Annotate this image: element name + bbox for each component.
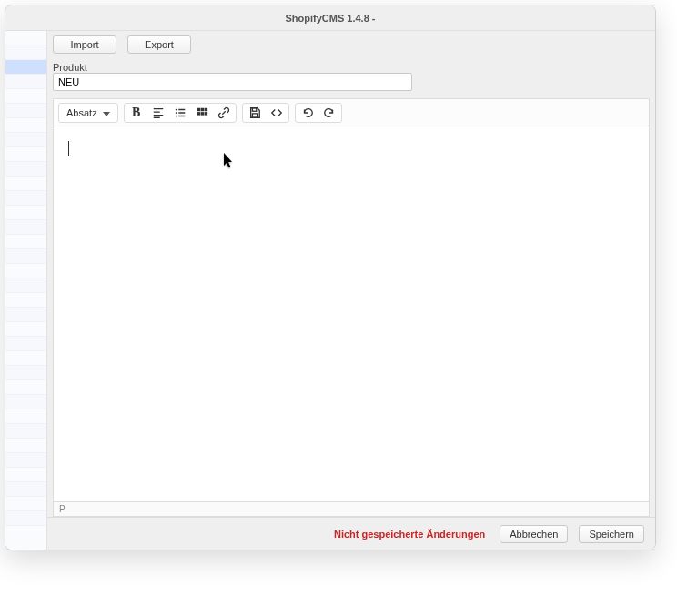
toolbar-group-history <box>295 103 342 123</box>
svg-rect-17 <box>252 113 257 116</box>
chevron-down-icon <box>103 107 110 118</box>
sidebar <box>5 31 47 550</box>
list-item[interactable] <box>5 468 46 482</box>
footer-bar: Nicht gespeicherte Änderungen Abbrechen … <box>47 517 655 550</box>
svg-rect-16 <box>252 107 256 111</box>
list-item[interactable] <box>5 162 46 177</box>
svg-point-4 <box>175 108 177 110</box>
save-icon <box>248 106 261 119</box>
undo-button[interactable] <box>298 104 318 122</box>
rich-text-editor: Absatz B <box>53 98 650 517</box>
top-toolbar: Import Export <box>47 31 655 58</box>
list-item-selected[interactable] <box>5 60 46 75</box>
list-item[interactable] <box>5 31 46 45</box>
bold-button[interactable]: B <box>126 104 147 122</box>
redo-icon <box>323 106 336 119</box>
list-item[interactable] <box>5 424 46 439</box>
svg-rect-11 <box>200 107 204 111</box>
undo-icon <box>301 106 314 119</box>
format-select[interactable]: Absatz <box>58 103 118 123</box>
list-item[interactable] <box>5 206 46 220</box>
list-icon <box>174 106 187 119</box>
code-icon <box>270 106 283 119</box>
text-cursor <box>68 141 69 156</box>
save-button[interactable]: Speichern <box>579 525 644 543</box>
align-icon <box>152 106 165 119</box>
list-item[interactable] <box>5 351 46 366</box>
list-item[interactable] <box>5 235 46 249</box>
list-item[interactable] <box>5 75 46 89</box>
main-panel: Import Export Produkt Absatz <box>47 31 655 550</box>
toolbar-group-file <box>242 103 289 123</box>
list-item[interactable] <box>5 511 46 526</box>
svg-rect-10 <box>197 107 200 111</box>
product-name-input[interactable] <box>53 73 412 91</box>
app-window: ShopifyCMS 1.4.8 - <box>5 5 656 550</box>
export-button[interactable]: Export <box>127 35 191 54</box>
list-item[interactable] <box>5 89 46 104</box>
svg-rect-15 <box>204 112 207 116</box>
list-item[interactable] <box>5 220 46 235</box>
list-item[interactable] <box>5 439 46 453</box>
link-icon <box>217 106 230 119</box>
source-code-button[interactable] <box>267 104 287 122</box>
product-label: Produkt <box>47 58 655 73</box>
list-item[interactable] <box>5 308 46 322</box>
svg-point-8 <box>175 115 177 116</box>
bold-icon: B <box>132 106 140 120</box>
svg-rect-14 <box>200 112 204 116</box>
list-item[interactable] <box>5 366 46 380</box>
list-item[interactable] <box>5 322 46 337</box>
list-item[interactable] <box>5 395 46 409</box>
list-item[interactable] <box>5 147 46 162</box>
toolbar-group-inline: B <box>124 103 237 123</box>
svg-rect-12 <box>204 107 207 111</box>
list-button[interactable] <box>170 104 190 122</box>
editor-toolbar: Absatz B <box>53 98 650 126</box>
grid-icon <box>196 106 208 119</box>
list-item[interactable] <box>5 278 46 293</box>
save-editor-button[interactable] <box>245 104 265 122</box>
align-button[interactable] <box>148 104 168 122</box>
import-button[interactable]: Import <box>53 35 116 54</box>
editor-path: P <box>59 504 66 514</box>
list-item[interactable] <box>5 104 46 118</box>
cancel-button[interactable]: Abbrechen <box>500 525 568 543</box>
svg-point-6 <box>175 112 177 114</box>
list-item[interactable] <box>5 497 46 511</box>
list-item[interactable] <box>5 45 46 60</box>
list-item[interactable] <box>5 409 46 424</box>
list-item[interactable] <box>5 482 46 497</box>
unsaved-changes-label: Nicht gespeicherte Änderungen <box>334 529 485 540</box>
list-item[interactable] <box>5 249 46 264</box>
list-item[interactable] <box>5 118 46 133</box>
editor-textarea[interactable] <box>53 126 650 502</box>
list-item[interactable] <box>5 293 46 308</box>
list-item[interactable] <box>5 380 46 395</box>
list-item[interactable] <box>5 133 46 147</box>
link-button[interactable] <box>214 104 234 122</box>
format-select-label: Absatz <box>66 107 97 118</box>
list-item[interactable] <box>5 191 46 206</box>
list-item[interactable] <box>5 337 46 351</box>
editor-status-bar: P <box>53 502 650 517</box>
list-item[interactable] <box>5 177 46 191</box>
svg-rect-13 <box>197 112 200 116</box>
table-button[interactable] <box>192 104 212 122</box>
titlebar: ShopifyCMS 1.4.8 - <box>5 5 655 31</box>
window-title: ShopifyCMS 1.4.8 - <box>285 13 375 24</box>
list-item[interactable] <box>5 453 46 468</box>
list-item[interactable] <box>5 264 46 278</box>
redo-button[interactable] <box>319 104 339 122</box>
sidebar-list[interactable] <box>5 31 46 550</box>
